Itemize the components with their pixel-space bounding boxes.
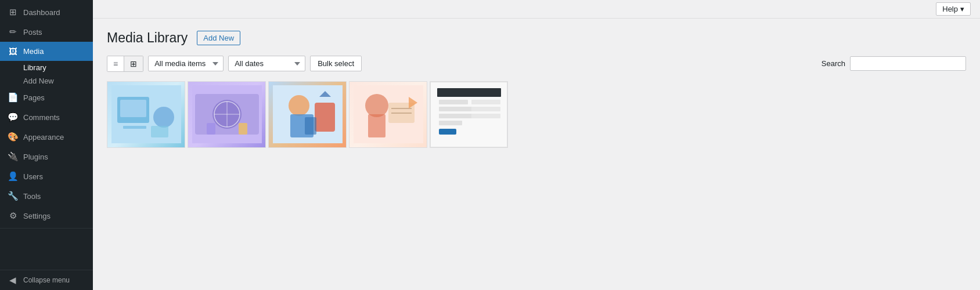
- sidebar-item-appearance[interactable]: 🎨 Appearance: [0, 127, 93, 147]
- sidebar-item-settings[interactable]: ⚙ Settings: [0, 206, 93, 226]
- svg-rect-13: [239, 123, 247, 135]
- svg-rect-22: [368, 114, 385, 137]
- thumb-svg-1: [111, 85, 181, 143]
- collapse-menu-button[interactable]: ◀ Collapse menu: [0, 270, 93, 290]
- add-new-button[interactable]: Add New: [197, 31, 240, 45]
- svg-rect-36: [471, 114, 500, 118]
- search-area: Search: [822, 56, 966, 71]
- svg-rect-12: [207, 123, 215, 135]
- thumb-svg-2: [192, 85, 262, 143]
- sidebar-item-pages[interactable]: 📄 Pages: [0, 88, 93, 107]
- search-label: Search: [822, 59, 845, 68]
- search-input[interactable]: [850, 56, 966, 71]
- grid-view-icon: ⊞: [130, 59, 137, 68]
- media-thumbnail: [107, 82, 185, 147]
- media-item[interactable]: [107, 81, 185, 148]
- svg-rect-29: [439, 100, 468, 104]
- svg-rect-35: [471, 107, 500, 111]
- content-area: Media Library Add New ≡ ⊞ All media item…: [93, 19, 980, 290]
- thumb-svg-5: [434, 85, 504, 143]
- list-view-icon: ≡: [113, 59, 118, 68]
- svg-rect-5: [123, 126, 146, 129]
- users-icon: 👤: [7, 171, 19, 182]
- sidebar-item-dashboard[interactable]: ⊞ Dashboard: [0, 2, 93, 22]
- svg-rect-34: [471, 100, 500, 104]
- grid-view-button[interactable]: ⊞: [124, 56, 143, 71]
- thumb-svg-4: [354, 85, 423, 143]
- sidebar-nav: ⊞ Dashboard ✏ Posts 🖼 Media Library Add …: [0, 0, 93, 229]
- svg-rect-17: [315, 103, 335, 132]
- settings-icon: ⚙: [7, 211, 19, 221]
- svg-point-21: [365, 94, 388, 117]
- thumb-svg-3: [273, 85, 343, 143]
- svg-rect-2: [120, 100, 146, 117]
- media-item[interactable]: [268, 81, 347, 148]
- sidebar-item-media[interactable]: 🖼 Media: [0, 42, 93, 61]
- svg-rect-32: [439, 121, 462, 125]
- svg-point-3: [153, 107, 174, 128]
- sidebar-item-plugins[interactable]: 🔌 Plugins: [0, 147, 93, 166]
- sidebar-item-tools[interactable]: 🔧 Tools: [0, 186, 93, 206]
- media-thumbnail: [269, 82, 346, 147]
- toolbar: ≡ ⊞ All media itemsImagesAudioVideoDocum…: [107, 56, 966, 72]
- svg-rect-4: [151, 126, 168, 137]
- media-thumbnail: [430, 82, 507, 147]
- list-view-button[interactable]: ≡: [107, 56, 124, 71]
- sidebar-sub-add-new[interactable]: Add New: [0, 74, 93, 88]
- svg-rect-28: [437, 88, 501, 97]
- view-toggle: ≡ ⊞: [107, 56, 143, 72]
- media-thumbnail: [188, 82, 265, 147]
- sidebar-sub-library[interactable]: Library: [0, 61, 93, 74]
- comments-icon: 💬: [7, 112, 19, 122]
- svg-rect-19: [305, 117, 316, 135]
- pages-icon: 📄: [7, 92, 19, 103]
- bulk-select-button[interactable]: Bulk select: [310, 56, 362, 71]
- dashboard-icon: ⊞: [7, 7, 19, 17]
- sidebar-item-posts[interactable]: ✏ Posts: [0, 22, 93, 42]
- media-grid: [107, 81, 966, 148]
- media-item[interactable]: [188, 81, 266, 148]
- sidebar-item-comments[interactable]: 💬 Comments: [0, 107, 93, 127]
- media-item[interactable]: [430, 81, 508, 148]
- page-header: Media Library Add New: [107, 30, 966, 46]
- svg-point-15: [289, 95, 309, 116]
- main-content: Help ▾ Media Library Add New ≡ ⊞ All med…: [93, 0, 980, 290]
- media-item[interactable]: [349, 81, 427, 148]
- appearance-icon: 🎨: [7, 132, 19, 142]
- sidebar: ⊞ Dashboard ✏ Posts 🖼 Media Library Add …: [0, 0, 93, 290]
- plugins-icon: 🔌: [7, 151, 19, 162]
- svg-rect-33: [439, 129, 456, 135]
- media-icon: 🖼: [7, 46, 19, 56]
- media-thumbnail: [350, 82, 427, 147]
- posts-icon: ✏: [7, 27, 19, 37]
- tools-icon: 🔧: [7, 191, 19, 201]
- sidebar-item-users[interactable]: 👤 Users: [0, 166, 93, 186]
- topbar: Help ▾: [93, 0, 980, 19]
- collapse-icon: ◀: [7, 275, 19, 285]
- date-filter-select[interactable]: All datesJanuary 2024December 2023Novemb…: [228, 56, 305, 71]
- help-button[interactable]: Help ▾: [936, 2, 971, 16]
- chevron-down-icon: ▾: [960, 5, 964, 13]
- page-title: Media Library: [107, 30, 188, 46]
- media-filter-select[interactable]: All media itemsImagesAudioVideoDocuments…: [148, 56, 224, 71]
- svg-rect-31: [439, 114, 474, 118]
- sidebar-collapse-section: ◀ Collapse menu: [0, 270, 93, 290]
